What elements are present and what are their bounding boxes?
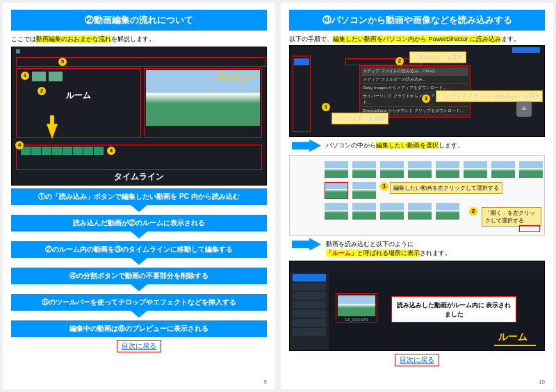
- callout-select-file: 編集したい動画を左クリックして選択する: [390, 182, 502, 194]
- file-thumb: [352, 203, 376, 220]
- file-thumb: [380, 161, 404, 178]
- app-titlebar: [290, 261, 544, 272]
- side-item: [293, 283, 326, 291]
- file-row-1: [325, 161, 543, 178]
- t: パソコンの中から: [326, 142, 376, 149]
- side-item: [293, 328, 326, 336]
- clip: [83, 147, 93, 155]
- page-number: 9: [264, 379, 267, 385]
- yellow-down-arrow-icon: [47, 124, 58, 139]
- step-3: ②のルーム内の動画を③のタイムラインに移動して編集する: [11, 241, 267, 258]
- t-hl: と呼ばれる場所に表示: [357, 250, 420, 256]
- side-item: [293, 310, 326, 318]
- save-btn-icon: [512, 47, 540, 53]
- mid-row-2: 動画を読み込むと以下のように 「ルーム」と呼ばれる場所に表示されます。: [289, 236, 545, 258]
- step-2: 読み込んだ動画が②のルームに表示される: [11, 215, 267, 231]
- intro-a: ここでは: [11, 35, 36, 42]
- preview-label: プレビュー: [215, 72, 257, 83]
- callout-open: 「開く」を左クリックして選択する: [482, 207, 541, 227]
- file-thumb: [352, 182, 376, 199]
- back-to-toc-link[interactable]: 目次に戻る: [117, 340, 161, 352]
- toolbar-redbox: 5: [16, 57, 266, 67]
- step-5: ⑤のツールバーを使ってテロップやエフェクトなどを挿入する: [11, 294, 267, 311]
- app-titlebar: [12, 47, 266, 56]
- intro-a: 以下の手順で、: [289, 35, 333, 42]
- room-main: DJI_0103.MP4 読み込みした動画がルーム内に 表示されました ルーム: [329, 272, 544, 350]
- clip: [63, 147, 72, 155]
- step-1: ①の「読み込み」ボタンで編集したい動画を PC 内から読み込む: [11, 188, 267, 205]
- file-thumb: [436, 203, 459, 220]
- section-title: ②動画編集の流れについて: [11, 10, 267, 31]
- room-panel-redbox: 1 2 ルーム: [16, 68, 141, 138]
- menu-import-file: メディア ファイルの読み込み... Ctrl+Q: [361, 67, 468, 76]
- screenshot-import-menu: メディア ファイルの読み込み... Ctrl+Q メディア フォルダーの読み込み…: [289, 45, 545, 137]
- room-underline: [494, 345, 536, 346]
- screenshot-overview: 5 1 2 ルーム 6 プレビュー 4 3 タイムライン: [11, 47, 267, 186]
- marker-4: 4: [15, 141, 24, 149]
- step-4: ④の分割ボタンで動画の不要部分を削除する: [11, 268, 267, 284]
- file-thumb: [325, 161, 348, 178]
- mid-note-1: パソコンの中から編集したい動画を選択します。: [326, 141, 464, 150]
- intro-highlight: 編集したい動画をパソコン内から PowerDirector に読み込み: [333, 35, 501, 42]
- marker-2: 2: [395, 57, 404, 65]
- open-button-redbox: [519, 225, 540, 232]
- intro-text: ここでは動画編集のおおまかな流れを解説します。: [11, 35, 267, 44]
- back-link-wrap: 目次に戻る: [289, 354, 545, 366]
- arrow-down-icon: [131, 258, 147, 265]
- intro-b: を解説します。: [111, 35, 155, 42]
- t: 動画を読み込むと以下のように: [326, 240, 414, 247]
- arrow-down-icon: [131, 311, 147, 318]
- t: されます。: [420, 250, 451, 256]
- page-left: ②動画編集の流れについて ここでは動画編集のおおまかな流れを解説します。 5 1…: [3, 3, 275, 389]
- file-row-2: [325, 182, 376, 199]
- upload-icon: [516, 101, 532, 117]
- file-thumb: [491, 161, 515, 178]
- file-thumb: [436, 161, 459, 178]
- marker-3: 3: [422, 95, 430, 103]
- file-thumb: [352, 161, 376, 178]
- t-hl: 編集したい動画を選択: [376, 142, 439, 149]
- thumb: [49, 72, 63, 81]
- section-title: ③パソコンから動画や画像などを読み込みする: [289, 10, 545, 31]
- callout-2: 「読み込み」を選択: [409, 51, 466, 63]
- room-label: ルーム: [17, 90, 140, 101]
- back-to-toc-link[interactable]: 目次に戻る: [395, 354, 439, 366]
- preview-panel-redbox: 6 プレビュー: [144, 68, 262, 138]
- t: します。: [439, 142, 464, 149]
- file-row-3: [325, 203, 459, 220]
- room-result-note: 読み込みした動画がルーム内に 表示されました: [391, 296, 516, 322]
- marker-3: 3: [107, 147, 115, 155]
- mid-row-1: パソコンの中から編集したい動画を選択します。: [289, 137, 545, 152]
- imported-thumb-caption: DJI_0103.MP4: [336, 318, 377, 322]
- clip: [94, 147, 104, 155]
- callout-3: 「メディアファイルの読み込み」を選択: [436, 90, 543, 102]
- callout-1: 「メディア」を選択: [332, 113, 389, 124]
- media-tab-icon: [294, 58, 309, 65]
- intro-highlight: 動画編集のおおまかな流れ: [36, 35, 111, 42]
- menu-import-folder: メディア フォルダーの読み込み...: [361, 76, 468, 84]
- timeline-label: タイムライン: [16, 171, 262, 183]
- file-thumb: [408, 203, 432, 220]
- step-6: 編集中の動画は⑥のプレビューに表示される: [11, 320, 267, 337]
- room-label: ルーム: [498, 331, 528, 343]
- sidebar: [290, 272, 329, 350]
- clip: [73, 147, 83, 155]
- clip: [31, 147, 41, 155]
- clip: [52, 147, 62, 155]
- arrow-right-icon: [292, 140, 321, 152]
- marker-1: 1: [322, 103, 330, 111]
- arrow-down-icon: [131, 205, 147, 212]
- imported-thumb-redbox: DJI_0103.MP4: [336, 293, 377, 322]
- arrow-right-icon: [292, 238, 321, 251]
- page-right: ③パソコンから動画や画像などを読み込みする 以下の手順で、編集したい動画をパソコ…: [281, 3, 553, 389]
- marker-1: 1: [21, 72, 29, 80]
- clip: [42, 147, 51, 155]
- page-number: 10: [539, 379, 545, 385]
- marker-1: 1: [380, 182, 389, 190]
- side-item: [293, 301, 326, 309]
- arrow-down-icon: [131, 284, 147, 291]
- file-thumb: [380, 203, 404, 220]
- marker-5: 5: [58, 58, 67, 66]
- intro-b: ます。: [501, 35, 520, 42]
- sidebar-redbox: [293, 56, 311, 132]
